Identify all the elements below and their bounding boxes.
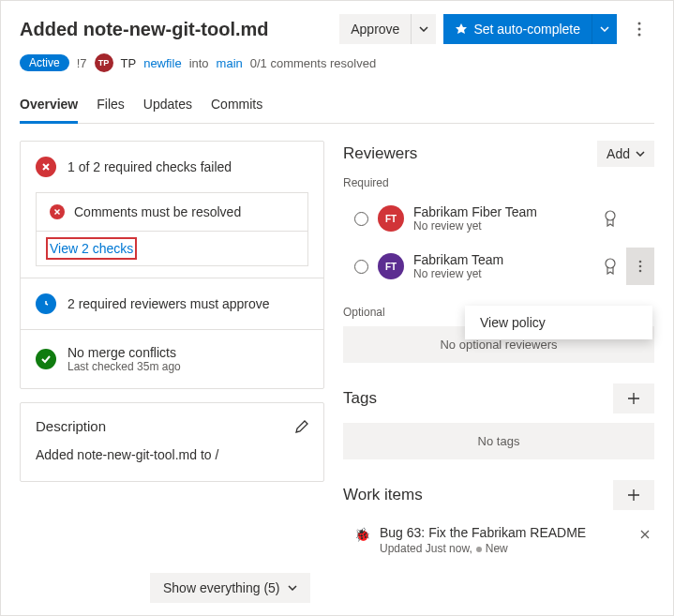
view-policy-menu-item[interactable]: View policy [480, 315, 637, 330]
add-reviewer-button[interactable]: Add [597, 141, 654, 167]
autocomplete-button[interactable]: Set auto-complete [443, 14, 617, 44]
reviewer-status: No review yet [413, 267, 594, 280]
work-items-heading: Work items [343, 486, 423, 504]
status-badge: Active [20, 54, 69, 71]
required-label: Required [343, 176, 654, 189]
tab-updates[interactable]: Updates [143, 89, 192, 123]
autocomplete-icon [455, 23, 468, 36]
required-ribbon-icon [604, 210, 617, 227]
plus-icon [627, 392, 640, 405]
tags-section: Tags No tags [343, 383, 654, 459]
pr-id: !7 [77, 56, 87, 70]
approve-chevron[interactable] [411, 14, 436, 44]
svg-point-2 [638, 34, 641, 37]
reviewer-row[interactable]: FT Fabrikam Fiber Team No review yet [343, 197, 654, 240]
reviewer-status: No review yet [413, 219, 594, 233]
more-vertical-icon [638, 260, 642, 273]
tabs: Overview Files Updates Commits [20, 89, 654, 124]
svg-point-6 [639, 261, 642, 263]
tab-files[interactable]: Files [97, 89, 125, 123]
approve-label[interactable]: Approve [339, 14, 411, 44]
check-icon [36, 349, 56, 369]
checks-card: 1 of 2 required checks failed Comments m… [20, 141, 324, 389]
required-ribbon-icon [604, 258, 617, 275]
work-items-section: Work items 🐞 Bug 63: Fix the Fabrikam RE… [343, 480, 654, 561]
remove-work-item-button[interactable] [636, 525, 654, 544]
svg-point-8 [639, 270, 642, 273]
svg-point-1 [638, 28, 641, 31]
bug-icon: 🐞 [354, 527, 370, 542]
author-name: TP [121, 56, 137, 70]
into-text: into [189, 56, 209, 70]
reviewers-heading: Reviewers [343, 144, 417, 163]
description-heading: Description [36, 418, 106, 434]
chevron-down-icon [600, 26, 609, 32]
work-item-row[interactable]: 🐞 Bug 63: Fix the Fabrikam README Update… [343, 519, 654, 561]
add-work-item-button[interactable] [613, 480, 654, 510]
work-item-title: Bug 63: Fix the Fabrikam README [380, 525, 626, 540]
tags-heading: Tags [343, 389, 377, 408]
reviewer-status-radio[interactable] [354, 260, 368, 274]
reviewer-more-button[interactable] [626, 248, 654, 285]
error-icon [50, 204, 65, 219]
pencil-icon [295, 420, 308, 433]
tab-commits[interactable]: Commits [211, 89, 262, 123]
more-vertical-icon [637, 22, 641, 37]
chevron-down-icon [419, 26, 428, 32]
close-icon [639, 529, 651, 540]
clock-icon [36, 293, 56, 314]
comment-check-text: Comments must be resolved [74, 204, 241, 219]
merge-status-sub: Last checked 35m ago [67, 360, 181, 373]
svg-point-5 [606, 259, 615, 268]
plus-icon [627, 488, 640, 502]
approve-button[interactable]: Approve [339, 14, 436, 44]
show-everything-label: Show everything (5) [163, 580, 280, 595]
error-icon [36, 157, 56, 177]
reviewers-check-text: 2 required reviewers must approve [67, 296, 270, 311]
chevron-down-icon [288, 585, 297, 591]
autocomplete-label: Set auto-complete [473, 22, 580, 37]
svg-point-4 [606, 211, 615, 220]
edit-description-button[interactable] [295, 420, 308, 433]
svg-point-0 [638, 23, 641, 25]
author-avatar[interactable]: TP [95, 53, 113, 72]
page-title: Added note-new-git-tool.md [20, 19, 332, 40]
reviewer-name: Fabrikam Team [413, 252, 594, 267]
tab-overview[interactable]: Overview [20, 89, 78, 124]
description-card: Description Added note-new-git-tool.md t… [20, 402, 324, 482]
reviewer-row[interactable]: FT Fabrikam Team No review yet [343, 240, 654, 293]
reviewer-name: Fabrikam Fiber Team [413, 204, 594, 219]
source-branch-link[interactable]: newfile [143, 56, 181, 70]
autocomplete-chevron[interactable] [592, 14, 617, 44]
add-label: Add [607, 146, 630, 161]
reviewer-avatar: FT [378, 253, 404, 279]
checks-summary: 1 of 2 required checks failed [67, 159, 232, 174]
work-item-sub: Updated Just now,New [380, 542, 626, 555]
add-tag-button[interactable] [613, 383, 654, 413]
target-branch-link[interactable]: main [217, 56, 243, 70]
merge-status-title: No merge conflicts [67, 345, 181, 360]
svg-point-7 [639, 265, 642, 268]
autocomplete-main[interactable]: Set auto-complete [443, 14, 592, 44]
no-tags: No tags [343, 423, 654, 459]
show-everything-button[interactable]: Show everything (5) [150, 573, 310, 603]
description-body: Added note-new-git-tool.md to / [21, 442, 323, 481]
chevron-down-icon [636, 151, 645, 157]
context-menu: View policy [465, 306, 652, 339]
more-actions-button[interactable] [624, 14, 654, 44]
comments-resolved: 0/1 comments resolved [250, 56, 376, 70]
reviewer-avatar: FT [378, 205, 404, 232]
view-checks-link[interactable]: View 2 checks [50, 241, 133, 256]
reviewer-status-radio[interactable] [354, 212, 368, 226]
